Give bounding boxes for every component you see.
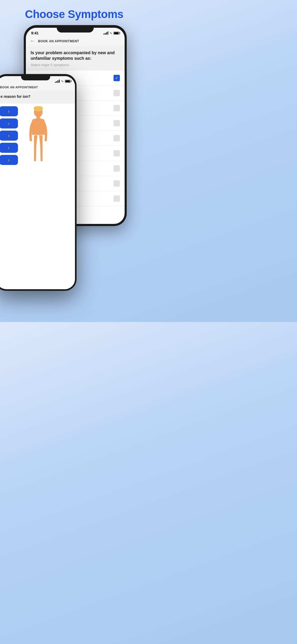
checkbox-8[interactable] xyxy=(114,195,120,202)
signal-front xyxy=(55,80,60,83)
body-figure xyxy=(21,104,55,252)
nav-title-front: BOOK AN APPOINTMENT xyxy=(0,86,38,89)
nav-bar-front: BOOK AN APPOINTMENT xyxy=(0,84,75,90)
time-back: 9:41 xyxy=(31,31,39,35)
nav-title-back: BOOK AN APPOINTMENT xyxy=(38,39,79,43)
nav-bar-back: ← BOOK AN APPOINTMENT xyxy=(26,36,125,46)
notch-back xyxy=(57,25,94,33)
wifi-front: ∿ xyxy=(61,79,64,83)
screen-front: ∿ BOOK AN APPOINTMENT e reason for ion? … xyxy=(0,76,75,289)
question-sub-back: Select major 5 symptoms xyxy=(31,63,120,67)
arrow-icon-1: › xyxy=(8,121,10,126)
symptom-btn-1[interactable]: › xyxy=(0,118,18,128)
question-text-front: e reason for ion? xyxy=(1,94,71,99)
arrow-icon-2: › xyxy=(8,133,10,139)
page-title: Choose Symptoms xyxy=(0,0,148,26)
symptom-btn-3[interactable]: › xyxy=(0,143,18,153)
notch-front xyxy=(21,74,50,80)
checkbox-6[interactable] xyxy=(114,165,120,172)
checkbox-4[interactable] xyxy=(114,135,120,141)
symptom-btn-2[interactable]: › xyxy=(0,131,18,141)
signal-back xyxy=(103,31,108,35)
symptom-btn-0[interactable]: › xyxy=(0,106,18,116)
button-list: › › › › › xyxy=(0,104,21,252)
checkbox-7[interactable] xyxy=(114,180,120,187)
battery-back xyxy=(114,32,119,35)
checkbox-headache[interactable]: ✓ xyxy=(114,75,120,81)
question-section-front: e reason for ion? xyxy=(0,90,75,104)
back-arrow-back[interactable]: ← xyxy=(30,38,35,44)
phone-front: ∿ BOOK AN APPOINTMENT e reason for ion? … xyxy=(0,74,77,291)
status-icons-front: ∿ xyxy=(55,79,71,83)
battery-front xyxy=(65,80,71,83)
checkbox-1[interactable] xyxy=(114,90,120,96)
checkbox-3[interactable] xyxy=(114,120,120,126)
arrow-icon-4: › xyxy=(8,157,10,163)
wifi-back: ∿ xyxy=(110,31,112,35)
symptom-btn-4[interactable]: › xyxy=(0,155,18,165)
body-container: › › › › › xyxy=(0,104,75,252)
question-section-back: Is your problem accompanied by new and u… xyxy=(26,46,125,71)
body-silhouette xyxy=(25,106,51,175)
arrow-icon-3: › xyxy=(8,145,10,151)
checkbox-2[interactable] xyxy=(114,105,120,111)
arrow-icon-0: › xyxy=(8,109,10,114)
question-text-back: Is your problem accompanied by new and u… xyxy=(31,50,120,61)
status-icons-back: ∿ xyxy=(103,31,119,35)
checkbox-5[interactable] xyxy=(114,150,120,157)
